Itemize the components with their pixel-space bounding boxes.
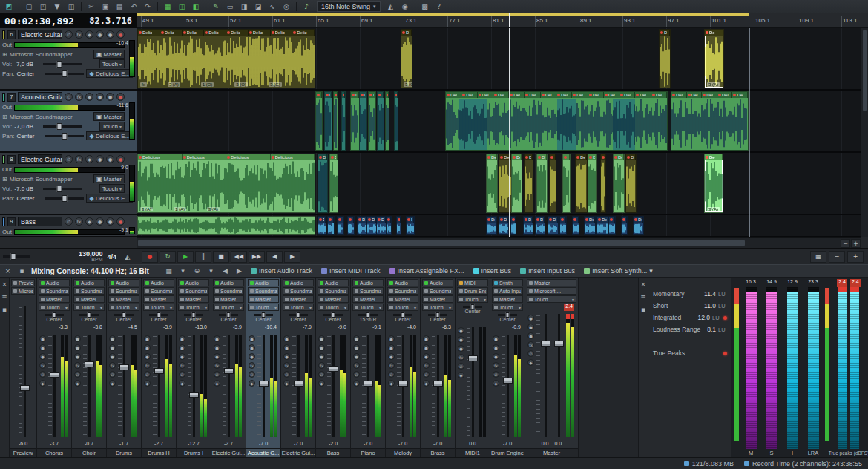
clip-header-tab[interactable]: Del bbox=[687, 92, 703, 98]
chevron-down-icon[interactable]: ▾ bbox=[206, 266, 216, 276]
pan-handle[interactable] bbox=[192, 312, 196, 318]
mute-icon[interactable]: ● bbox=[283, 335, 290, 342]
automation-icon[interactable]: ◆ bbox=[144, 380, 151, 387]
strip-row-synth[interactable]: Synth bbox=[492, 279, 523, 286]
clip-header-tab[interactable]: De bbox=[622, 217, 627, 223]
mute-icon[interactable]: ● bbox=[96, 155, 104, 163]
fader-db[interactable]: 0.0 bbox=[542, 441, 549, 448]
clip-header-tab[interactable]: Delic bbox=[183, 30, 205, 36]
nav-right-icon[interactable]: ▶ bbox=[234, 266, 244, 276]
audio-clip[interactable]: De3 (A) bbox=[704, 29, 724, 88]
fader-track[interactable] bbox=[558, 314, 560, 437]
fader-db[interactable]: -3.7 bbox=[50, 441, 59, 448]
strip-row-touch[interactable]: Touch▾ bbox=[143, 304, 174, 311]
fader-track[interactable] bbox=[545, 314, 547, 437]
insert-button-insert-bus[interactable]: Insert Bus bbox=[471, 266, 514, 276]
pan-control[interactable]: Center bbox=[457, 304, 488, 316]
pan-slider[interactable] bbox=[45, 70, 84, 77]
close-pane-icon[interactable]: × bbox=[0, 279, 10, 289]
automation-mode-chip[interactable]: Touch▾ bbox=[99, 122, 125, 131]
clip-header-tab[interactable]: De bbox=[585, 217, 595, 223]
strip-row-audio[interactable]: Audio bbox=[352, 279, 384, 286]
clip-header-tab[interactable]: D bbox=[330, 154, 338, 160]
clip-header-tab[interactable]: Delicious bbox=[271, 154, 315, 160]
strip-row-master[interactable]: Master bbox=[248, 295, 279, 303]
mute-icon[interactable]: ● bbox=[74, 335, 81, 342]
clip-header-tab[interactable]: De bbox=[524, 217, 533, 223]
clip-header-tab[interactable]: Del bbox=[572, 92, 588, 98]
pane-pin-icon[interactable]: ▪ bbox=[0, 304, 10, 314]
strip-name[interactable]: Electric Gui... bbox=[281, 448, 315, 457]
track-name-field[interactable]: Bass bbox=[18, 217, 62, 226]
strip-row-audio[interactable]: Audio bbox=[387, 279, 418, 286]
clip-header-tab[interactable]: Del bbox=[493, 92, 509, 98]
pane-pin-icon[interactable]: ▪ bbox=[639, 304, 648, 314]
audio-clip[interactable]: De bbox=[613, 154, 625, 213]
audio-clip[interactable]: De bbox=[347, 216, 355, 235]
solo-icon[interactable]: ● bbox=[109, 344, 116, 351]
fader-handle[interactable] bbox=[364, 381, 373, 387]
phase-icon[interactable]: ∅ bbox=[458, 363, 464, 370]
fx-icon[interactable]: fx bbox=[39, 362, 46, 369]
strip-row-audio[interactable]: Audio bbox=[73, 279, 105, 286]
mute-icon[interactable]: ● bbox=[249, 335, 255, 342]
automation-icon[interactable]: ◆ bbox=[85, 155, 93, 163]
clip-header-tab[interactable]: Del bbox=[461, 92, 477, 98]
bus-chip[interactable]: ▣Master bbox=[93, 174, 125, 183]
mixer-list-view-icon[interactable]: ▦ bbox=[164, 266, 174, 276]
clip-header-tab[interactable]: De bbox=[395, 92, 398, 98]
pan-handle[interactable] bbox=[401, 312, 405, 318]
envelope-tool-icon[interactable]: ∿ bbox=[266, 1, 279, 12]
plugin-manager-icon[interactable]: ▩ bbox=[418, 1, 432, 12]
fader-handle[interactable] bbox=[554, 341, 564, 347]
close-pane-icon[interactable]: × bbox=[639, 279, 648, 289]
vol-value[interactable]: -7,0 dB bbox=[14, 123, 41, 130]
clip-header-tab[interactable]: De bbox=[626, 154, 636, 160]
clip-header-tab[interactable]: De bbox=[550, 154, 556, 160]
mute-icon[interactable]: ● bbox=[96, 30, 104, 39]
audio-clip[interactable]: De bbox=[588, 154, 597, 213]
fx-icon[interactable]: fx bbox=[388, 362, 395, 369]
record-arm-icon[interactable]: ● bbox=[493, 353, 499, 360]
fx-icon[interactable]: fx bbox=[249, 362, 255, 369]
fx-icon[interactable]: fx bbox=[75, 93, 83, 101]
strip-row-touch[interactable]: Touch▾ bbox=[73, 304, 105, 311]
audio-clip[interactable]: De bbox=[600, 154, 606, 213]
strip-row-master[interactable]: Master bbox=[492, 295, 523, 303]
mixer-strip-chorus[interactable]: AudioSoundmapperMasterTouch▾Center-3.3●●… bbox=[37, 278, 72, 457]
clip-header-tab[interactable]: Delicious bbox=[138, 154, 183, 160]
automation-icon[interactable]: ◆ bbox=[249, 380, 255, 387]
clip-header-tab[interactable]: Del bbox=[717, 92, 733, 98]
fx-icon[interactable]: fx bbox=[144, 362, 151, 369]
phase-icon[interactable]: ∅ bbox=[493, 371, 499, 378]
clip-header-tab[interactable]: D bbox=[401, 30, 412, 36]
clip-header-tab[interactable]: De bbox=[397, 217, 401, 223]
audio-clip[interactable]: De bbox=[524, 154, 533, 213]
phase-icon[interactable]: ∅ bbox=[39, 371, 46, 378]
loop-playback-button[interactable]: ↻ bbox=[160, 251, 176, 263]
volume-fader[interactable] bbox=[43, 186, 82, 192]
slider-handle[interactable] bbox=[62, 70, 68, 77]
clip-header-tab[interactable]: De bbox=[588, 154, 596, 160]
strip-name[interactable]: MIDI1 bbox=[456, 448, 490, 457]
clip-header-tab[interactable]: Del bbox=[541, 92, 556, 98]
record-arm-icon[interactable]: ● bbox=[116, 30, 125, 39]
strip-row-soundmapper[interactable]: Soundmapper bbox=[283, 287, 314, 295]
mute-icon[interactable]: ● bbox=[144, 335, 151, 342]
tracklist-width-slider[interactable] bbox=[3, 253, 30, 260]
mixer-strip-electric-gui[interactable]: AudioSoundmapperMasterTouch▾Center-7.9●●… bbox=[281, 278, 316, 457]
solo-icon[interactable]: ● bbox=[527, 324, 534, 330]
fader-handle[interactable] bbox=[20, 385, 30, 391]
copy-icon[interactable]: ▣ bbox=[99, 1, 112, 12]
fx-icon[interactable]: fx bbox=[318, 362, 325, 369]
clip-header-tab[interactable]: De bbox=[387, 217, 391, 223]
record-arm-icon[interactable]: ● bbox=[74, 353, 81, 360]
go-to-start-button[interactable]: ◀◀ bbox=[231, 251, 247, 263]
audio-clip[interactable]: De bbox=[633, 216, 644, 235]
clip-header-tab[interactable]: De bbox=[360, 92, 366, 98]
record-arm-icon[interactable]: ● bbox=[179, 353, 185, 360]
phase-icon[interactable]: ∅ bbox=[283, 371, 290, 378]
selection-tool-icon[interactable]: ▭ bbox=[223, 1, 237, 12]
clip-header-tab[interactable]: Delicious bbox=[183, 154, 227, 160]
strip-row-touch[interactable]: Touch▾ bbox=[318, 304, 349, 311]
